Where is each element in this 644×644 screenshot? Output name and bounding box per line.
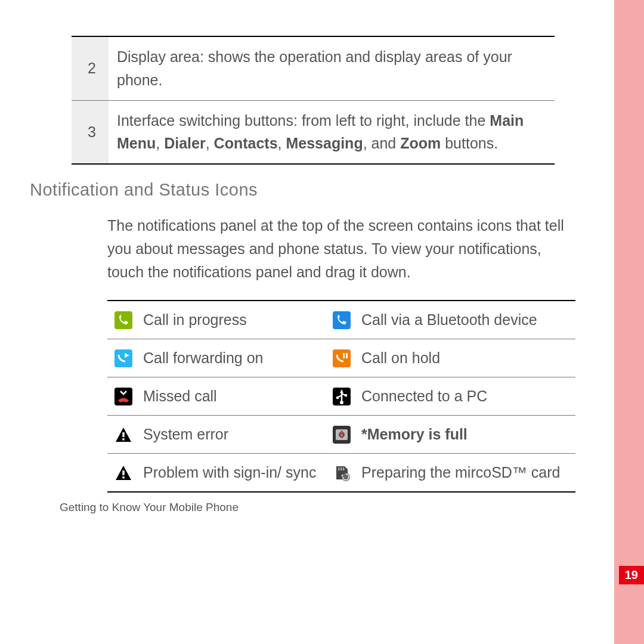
svg-rect-20 [122, 476, 124, 478]
call-on-hold-icon [326, 339, 358, 377]
svg-rect-3 [333, 349, 351, 367]
svg-rect-17 [341, 431, 343, 435]
icon-label: System error [140, 416, 326, 454]
svg-rect-9 [345, 394, 347, 397]
svg-rect-5 [346, 353, 348, 358]
sync-problem-icon [107, 454, 140, 493]
memory-full-icon [326, 416, 358, 454]
table-row: Call forwarding onCall on hold [107, 339, 575, 377]
icon-label: Missed call [140, 377, 326, 416]
page-content: 2 Display area: shows the operation and … [0, 0, 555, 514]
icon-label: Connected to a PC [358, 377, 575, 416]
call-forwarding-icon [107, 339, 140, 377]
table-row: Problem with sign-in/ syncPreparing the … [107, 454, 575, 493]
svg-rect-0 [114, 311, 132, 329]
call-in-progress-icon [107, 301, 140, 339]
usb-connected-icon [326, 377, 358, 416]
row-number: 2 [72, 36, 109, 100]
section-paragraph: The notifications panel at the top of th… [107, 214, 578, 283]
page-number: 19 [619, 566, 644, 584]
svg-rect-1 [333, 311, 351, 329]
table-row: 2 Display area: shows the operation and … [72, 36, 555, 100]
row-text: Interface switching buttons: from left t… [109, 100, 555, 164]
missed-call-icon [107, 377, 140, 416]
call-bluetooth-icon [326, 301, 358, 339]
status-icon-table: Call in progressCall via a Bluetooth dev… [107, 300, 575, 493]
table-row: Missed callConnected to a PC [107, 377, 575, 416]
svg-rect-4 [343, 353, 345, 358]
icon-label: *Memory is full [358, 416, 575, 454]
section-heading: Notification and Status Icons [30, 180, 507, 200]
svg-point-10 [336, 397, 339, 400]
table-row: Call in progressCall via a Bluetooth dev… [107, 301, 575, 339]
icon-label: Call via a Bluetooth device [358, 301, 575, 339]
icon-label: Call on hold [358, 339, 575, 377]
icon-label: Call forwarding on [140, 339, 326, 377]
svg-rect-12 [122, 438, 124, 440]
table-row: 3 Interface switching buttons: from left… [72, 100, 555, 164]
svg-rect-22 [340, 467, 342, 470]
svg-point-8 [340, 401, 343, 404]
system-error-icon [107, 416, 140, 454]
footer-text: Getting to Know Your Mobile Phone [60, 501, 507, 514]
svg-rect-23 [343, 467, 345, 470]
numbered-description-table: 2 Display area: shows the operation and … [72, 36, 555, 165]
svg-rect-6 [114, 388, 132, 405]
icon-label: Call in progress [140, 301, 326, 339]
icon-label: Preparing the mircoSD™ card [358, 454, 575, 493]
svg-rect-21 [338, 467, 340, 470]
svg-rect-11 [122, 432, 124, 437]
side-accent-bar: 19 [614, 0, 644, 644]
preparing-sd-icon [326, 454, 358, 493]
svg-rect-19 [122, 470, 124, 475]
svg-rect-2 [114, 349, 132, 367]
svg-rect-18 [341, 436, 343, 438]
table-row: System error*Memory is full [107, 416, 575, 454]
row-text: Display area: shows the operation and di… [109, 36, 555, 100]
row-number: 3 [72, 100, 109, 164]
icon-label: Problem with sign-in/ sync [140, 454, 326, 493]
